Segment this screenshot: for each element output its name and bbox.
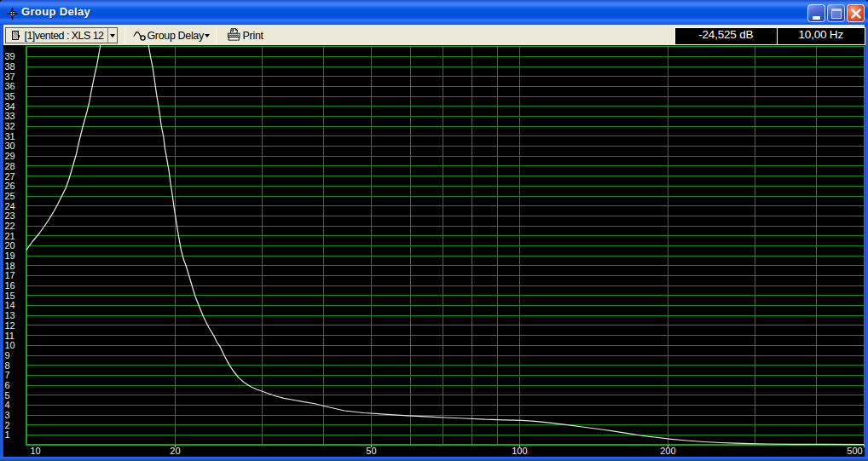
svg-text:19: 19 [5, 251, 15, 261]
svg-text:10: 10 [30, 446, 40, 456]
svg-text:4: 4 [5, 400, 10, 410]
svg-text:38: 38 [5, 61, 15, 72]
svg-text:2: 2 [5, 420, 10, 430]
svg-text:20: 20 [5, 240, 15, 251]
svg-text:32: 32 [5, 121, 15, 131]
svg-text:9: 9 [5, 350, 10, 360]
svg-text:50: 50 [366, 446, 376, 456]
svg-text:20: 20 [170, 446, 180, 456]
svg-text:39: 39 [5, 51, 15, 61]
svg-text:37: 37 [5, 72, 15, 82]
svg-text:7: 7 [5, 370, 10, 380]
svg-text:500: 500 [847, 446, 862, 456]
svg-text:30: 30 [5, 141, 15, 151]
svg-text:11: 11 [5, 331, 14, 341]
svg-text:15: 15 [5, 291, 15, 301]
svg-text:18: 18 [5, 261, 15, 271]
svg-text:34: 34 [5, 101, 15, 112]
svg-text:31: 31 [5, 131, 15, 141]
svg-text:23: 23 [5, 210, 15, 221]
svg-text:28: 28 [5, 161, 15, 171]
svg-text:27: 27 [5, 171, 15, 182]
svg-text:14: 14 [5, 300, 15, 310]
svg-text:12: 12 [5, 320, 15, 331]
svg-text:17: 17 [5, 270, 15, 280]
svg-text:16: 16 [5, 280, 15, 291]
svg-text:29: 29 [5, 151, 15, 161]
svg-text:5: 5 [5, 390, 10, 400]
svg-text:36: 36 [5, 81, 15, 91]
svg-text:26: 26 [5, 181, 15, 191]
svg-text:24: 24 [5, 201, 15, 211]
svg-text:10: 10 [5, 340, 15, 350]
svg-text:25: 25 [5, 191, 15, 201]
svg-text:1: 1 [5, 429, 10, 440]
svg-text:13: 13 [5, 310, 15, 320]
svg-text:3: 3 [5, 410, 10, 420]
svg-text:22: 22 [5, 221, 15, 231]
svg-text:35: 35 [5, 91, 15, 101]
svg-text:8: 8 [5, 360, 10, 371]
svg-text:6: 6 [5, 380, 10, 390]
svg-text:21: 21 [5, 231, 15, 241]
svg-text:100: 100 [512, 446, 527, 456]
svg-text:200: 200 [660, 446, 675, 456]
svg-text:33: 33 [5, 111, 15, 121]
